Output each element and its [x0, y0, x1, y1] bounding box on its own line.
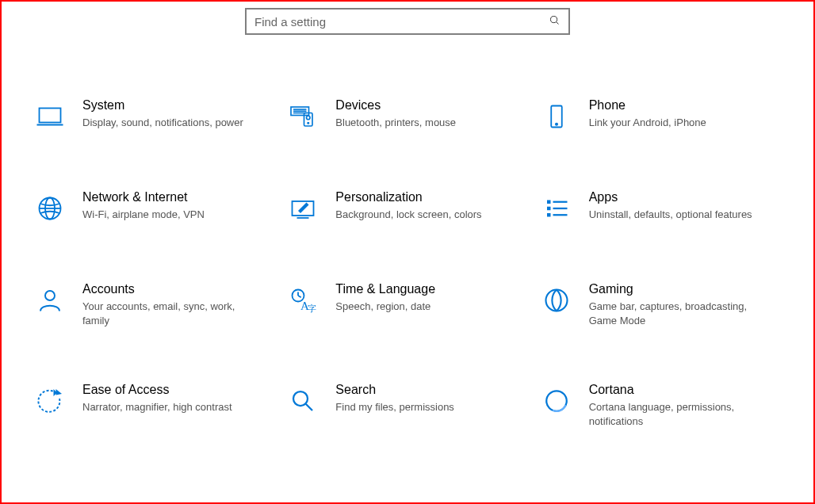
devices-icon — [285, 98, 321, 135]
time-language-icon: A 字 — [285, 282, 321, 319]
svg-point-30 — [545, 290, 567, 311]
accounts-icon — [32, 282, 68, 319]
tile-desc: Display, sound, notifications, power — [82, 116, 243, 130]
tile-network[interactable]: Network & Internet Wi-Fi, airplane mode,… — [32, 190, 277, 227]
svg-point-24 — [45, 291, 55, 300]
search-icon — [549, 14, 561, 29]
tile-title: Ease of Access — [82, 383, 232, 397]
tile-title: Network & Internet — [82, 190, 205, 204]
tile-desc: Wi-Fi, airplane mode, VPN — [82, 208, 205, 222]
tile-title: Phone — [589, 98, 706, 113]
tile-desc: Link your Android, iPhone — [589, 116, 706, 130]
tile-time-language[interactable]: A 字 Time & Language Speech, region, date — [285, 282, 530, 327]
tile-title: Search — [335, 383, 454, 397]
tile-title: Apps — [589, 190, 752, 204]
settings-grid: System Display, sound, notifications, po… — [2, 35, 813, 428]
tile-desc: Speech, region, date — [335, 300, 435, 314]
tile-title: Cortana — [589, 383, 763, 397]
tile-title: Gaming — [589, 282, 763, 296]
tile-search[interactable]: Search Find my files, permissions — [285, 383, 530, 428]
tile-desc: Cortana language, permissions, notificat… — [589, 400, 763, 428]
svg-line-1 — [556, 21, 558, 24]
svg-point-10 — [308, 123, 309, 124]
tile-phone[interactable]: Phone Link your Android, iPhone — [538, 98, 783, 135]
svg-line-27 — [298, 296, 301, 297]
tile-desc: Narrator, magnifier, high contrast — [82, 400, 232, 414]
personalization-icon — [285, 190, 321, 227]
phone-icon — [538, 98, 575, 135]
svg-line-34 — [306, 404, 312, 410]
svg-point-12 — [556, 124, 557, 125]
tile-cortana[interactable]: Cortana Cortana language, permissions, n… — [538, 383, 783, 428]
tile-apps[interactable]: Apps Uninstall, defaults, optional featu… — [538, 190, 783, 227]
svg-text:字: 字 — [308, 304, 316, 313]
svg-point-9 — [307, 116, 311, 120]
tile-ease-of-access[interactable]: Ease of Access Narrator, magnifier, high… — [32, 383, 277, 428]
search-box[interactable] — [245, 8, 570, 35]
tile-title: Time & Language — [335, 282, 435, 296]
network-icon — [32, 190, 68, 227]
tile-accounts[interactable]: Accounts Your accounts, email, sync, wor… — [32, 282, 277, 327]
tile-desc: Find my files, permissions — [335, 400, 454, 414]
tile-desc: Bluetooth, printers, mouse — [335, 116, 456, 130]
tile-devices[interactable]: Devices Bluetooth, printers, mouse — [285, 98, 530, 135]
gaming-icon — [538, 282, 575, 319]
tile-system[interactable]: System Display, sound, notifications, po… — [32, 98, 277, 135]
tile-personalization[interactable]: Personalization Background, lock screen,… — [285, 190, 530, 227]
tile-gaming[interactable]: Gaming Game bar, captures, broadcasting,… — [538, 282, 783, 327]
svg-rect-19 — [547, 207, 551, 211]
system-icon — [32, 98, 68, 135]
ease-of-access-icon — [32, 383, 68, 419]
tile-desc: Your accounts, email, sync, work, family — [82, 300, 257, 327]
apps-icon — [538, 190, 575, 227]
svg-rect-20 — [547, 213, 551, 217]
cortana-icon — [538, 383, 575, 419]
svg-marker-32 — [56, 389, 63, 395]
svg-rect-18 — [547, 200, 551, 204]
svg-rect-2 — [40, 109, 61, 123]
tile-title: Accounts — [82, 282, 257, 296]
search-category-icon — [285, 383, 321, 419]
tile-desc: Game bar, captures, broadcasting, Game M… — [589, 300, 763, 327]
svg-point-33 — [293, 391, 308, 406]
tile-desc: Uninstall, defaults, optional features — [589, 208, 752, 222]
tile-title: Devices — [335, 98, 456, 113]
search-input[interactable] — [254, 15, 540, 29]
tile-desc: Background, lock screen, colors — [335, 208, 481, 222]
tile-title: Personalization — [335, 190, 481, 204]
tile-title: System — [82, 98, 243, 113]
